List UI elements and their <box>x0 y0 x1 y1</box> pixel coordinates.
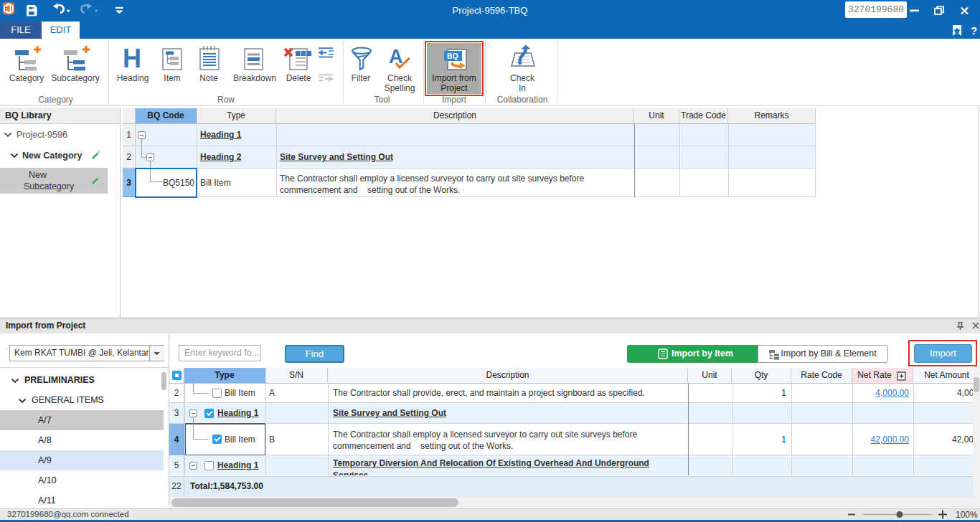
svg-text:BQ: BQ <box>447 52 458 60</box>
svg-text:?: ? <box>971 24 977 37</box>
